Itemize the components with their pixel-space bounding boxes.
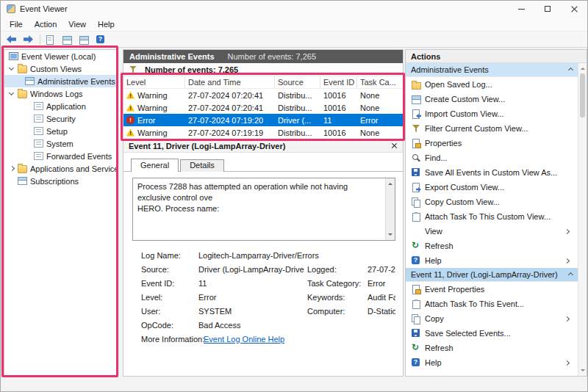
- action-save-all-events-in-custom-view-as[interactable]: Save All Events in Custom View As...: [406, 165, 578, 180]
- action-help-event[interactable]: Help: [406, 355, 578, 370]
- chevron-right-icon[interactable]: [10, 166, 15, 171]
- field-label: User:: [141, 307, 198, 316]
- event-task-category: None: [357, 91, 403, 100]
- folder-icon: [18, 165, 27, 173]
- close-button[interactable]: [561, 1, 587, 17]
- minimize-button[interactable]: [508, 1, 534, 17]
- document-icon: [45, 35, 55, 44]
- maximize-icon: [545, 6, 551, 12]
- event-row[interactable]: Warning 27-07-2024 07:20:41 Distribu... …: [123, 89, 403, 101]
- tree-item-application[interactable]: Application: [4, 100, 118, 112]
- minimize-icon: [518, 9, 525, 10]
- field-value: Logitech-Lamparray-Driver/Errors: [198, 251, 395, 260]
- description-scrollbar[interactable]: [385, 178, 395, 240]
- tree-item-label: Custom Views: [30, 65, 82, 73]
- tab-details[interactable]: Details: [180, 159, 224, 172]
- warning-icon: [126, 92, 135, 99]
- column-level[interactable]: Level: [123, 76, 185, 88]
- help-toolbar-button[interactable]: [95, 32, 110, 46]
- warning-icon: [126, 104, 135, 112]
- actions-scrollbar[interactable]: [578, 63, 587, 376]
- event-log-online-help-link[interactable]: Event Log Online Help: [204, 335, 395, 344]
- event-task-category: None: [357, 104, 403, 112]
- field-label: Log Name:: [141, 251, 198, 260]
- event-row[interactable]: Warning 27-07-2024 07:19:19 Distribu... …: [123, 126, 403, 139]
- event-datetime: 27-07-2024 07:20:41: [185, 104, 275, 112]
- help-icon: [96, 35, 106, 44]
- action-label: Find...: [425, 153, 573, 162]
- tree-item-subscriptions[interactable]: Subscriptions: [4, 175, 118, 187]
- field-value: 11: [198, 279, 307, 288]
- column-source[interactable]: Source: [275, 76, 320, 88]
- action-attach-task-to-this-custom-view[interactable]: Attach Task To This Custom View...: [406, 209, 578, 224]
- tree-item-windows-logs[interactable]: Windows Logs: [4, 87, 118, 100]
- scrollbar-thumb[interactable]: [580, 73, 585, 117]
- action-copy[interactable]: Copy: [406, 311, 578, 326]
- export-list-button[interactable]: [44, 32, 60, 46]
- action-help[interactable]: Help: [406, 253, 578, 268]
- console-tree-toggle-button[interactable]: [61, 32, 76, 46]
- export-icon: [411, 183, 421, 192]
- preview-title: Event 11, Driver (Logi-LampArray-Driver): [129, 142, 387, 150]
- event-datetime: 27-07-2024 07:19:20: [185, 116, 275, 125]
- action-attach-task-to-this-event[interactable]: Attach Task To This Event...: [406, 297, 578, 311]
- menu-action[interactable]: Action: [29, 18, 63, 30]
- action-refresh-event[interactable]: Refresh: [406, 341, 578, 355]
- properties-window-button[interactable]: [78, 32, 93, 46]
- tree-item-system[interactable]: System: [4, 137, 118, 150]
- action-open-saved-log[interactable]: Open Saved Log...: [406, 77, 578, 92]
- tree-item-security[interactable]: Security: [4, 112, 118, 125]
- tree-item-administrative-events[interactable]: Administrative Events: [4, 75, 118, 87]
- column-task-category[interactable]: Task Ca...: [357, 76, 403, 88]
- action-properties[interactable]: Properties: [406, 136, 578, 150]
- chevron-down-icon[interactable]: [9, 90, 14, 95]
- tree-item-label: Applications and Services Lo: [30, 164, 118, 173]
- action-label: Event Properties: [425, 285, 573, 294]
- menu-view[interactable]: View: [62, 18, 92, 30]
- tree-item-label: Forwarded Events: [46, 152, 112, 161]
- tree-item-event-viewer-local[interactable]: Event Viewer (Local): [4, 50, 118, 62]
- column-date-and-time[interactable]: Date and Time: [185, 76, 275, 88]
- console-window-icon: [62, 35, 72, 44]
- tree-item-setup[interactable]: Setup: [4, 125, 118, 137]
- tree-item-forwarded-events[interactable]: Forwarded Events: [4, 150, 118, 162]
- action-view[interactable]: View: [406, 224, 578, 239]
- action-export-custom-view[interactable]: Export Custom View...: [406, 180, 578, 195]
- collapse-icon[interactable]: [568, 67, 573, 72]
- event-row-selected[interactable]: Error 27-07-2024 07:19:20 Driver (... 11…: [123, 114, 403, 126]
- maximize-button[interactable]: [534, 1, 561, 17]
- action-refresh[interactable]: Refresh: [406, 239, 578, 253]
- actions-section-event-11[interactable]: Event 11, Driver (Logi-LampArray-Driver): [406, 268, 578, 282]
- spacer: [411, 227, 421, 236]
- action-label: Create Custom View...: [425, 95, 573, 104]
- menu-help[interactable]: Help: [92, 18, 121, 30]
- action-import-custom-view[interactable]: Import Custom View...: [406, 106, 578, 121]
- action-create-custom-view[interactable]: Create Custom View...: [406, 92, 578, 106]
- warning-icon: [126, 129, 135, 137]
- field-label: Event ID:: [141, 279, 198, 288]
- event-row[interactable]: Warning 27-07-2024 07:20:41 Distribu... …: [123, 101, 403, 114]
- event-level: Warning: [137, 128, 168, 137]
- actions-section-administrative-events[interactable]: Administrative Events: [406, 63, 578, 77]
- action-save-selected-events[interactable]: Save Selected Events...: [406, 326, 578, 341]
- action-label: View: [425, 227, 564, 236]
- event-viewer-app-icon: [7, 4, 15, 13]
- collapse-icon[interactable]: [568, 272, 573, 277]
- column-event-id[interactable]: Event ID: [320, 76, 357, 88]
- menu-file[interactable]: File: [4, 18, 29, 30]
- action-copy-custom-view[interactable]: Copy Custom View...: [406, 195, 578, 209]
- forward-button[interactable]: [21, 32, 36, 46]
- chevron-down-icon[interactable]: [9, 65, 14, 70]
- action-filter-current-custom-view[interactable]: Filter Current Custom View...: [406, 121, 578, 136]
- event-viewer-window: Event Viewer File Action View Help Event…: [0, 0, 588, 392]
- back-button[interactable]: [4, 32, 19, 46]
- window-title: Event Viewer: [20, 4, 68, 13]
- tree-item-custom-views[interactable]: Custom Views: [4, 62, 118, 75]
- event-level: Warning: [137, 104, 168, 112]
- action-event-properties[interactable]: Event Properties: [406, 282, 578, 297]
- action-find[interactable]: Find...: [406, 150, 578, 165]
- tab-general[interactable]: General: [131, 159, 179, 172]
- tree-item-applications-and-services[interactable]: Applications and Services Lo: [4, 162, 118, 175]
- preview-close-icon[interactable]: [391, 142, 398, 149]
- actions-list: Administrative Events Open Saved Log... …: [406, 63, 578, 376]
